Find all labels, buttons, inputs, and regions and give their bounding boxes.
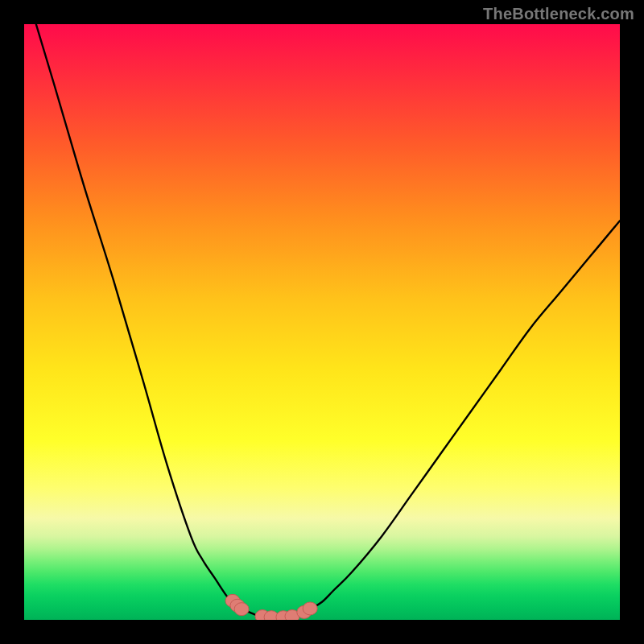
curve-layer xyxy=(24,24,620,620)
marker-right-cluster-top xyxy=(303,602,317,615)
curve-left-branch xyxy=(36,24,262,617)
marker-group xyxy=(225,594,317,620)
chart-frame: TheBottleneck.com xyxy=(0,0,644,644)
plot-area xyxy=(24,24,620,620)
curve-right-branch xyxy=(292,221,620,617)
marker-left-cluster-low xyxy=(234,603,249,616)
watermark-text: TheBottleneck.com xyxy=(483,5,634,23)
